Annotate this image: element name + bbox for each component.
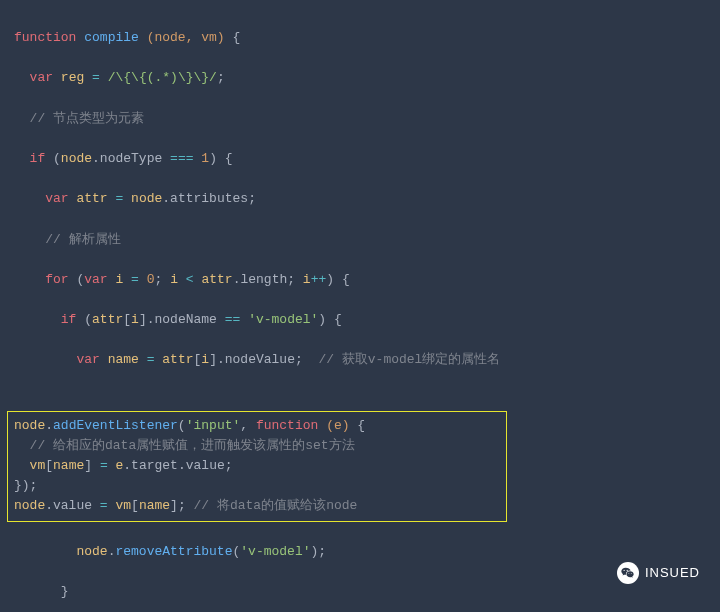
keyword: var: [45, 191, 68, 206]
punct: ;: [225, 458, 233, 473]
punct: ) {: [318, 312, 341, 327]
comment: // 获取v-model绑定的属性名: [318, 352, 500, 367]
string: 'input': [186, 418, 241, 433]
prop: .nodeType: [92, 151, 162, 166]
comment: // 解析属性: [45, 232, 120, 247]
identifier: i: [303, 272, 311, 287]
wechat-icon: [617, 562, 639, 584]
prop: ].nodeName: [139, 312, 217, 327]
identifier: attr: [162, 352, 193, 367]
identifier: name: [108, 352, 139, 367]
string: 'v-model': [248, 312, 318, 327]
identifier: i: [131, 312, 139, 327]
identifier: i: [115, 272, 123, 287]
keyword: function: [14, 30, 76, 45]
punct: .: [45, 418, 53, 433]
number: 0: [147, 272, 155, 287]
punct: ) {: [209, 151, 232, 166]
code-line: if (node.nodeType === 1) {: [14, 149, 720, 169]
punct: (: [53, 151, 61, 166]
code-line: for (var i = 0; i < attr.length; i++) {: [14, 270, 720, 290]
punct: [: [45, 458, 53, 473]
prop: .attributes: [162, 191, 248, 206]
string: 'v-model': [240, 544, 310, 559]
punct: ;: [248, 191, 256, 206]
number: 1: [201, 151, 209, 166]
prop: .value: [45, 498, 92, 513]
punct: ,: [240, 418, 248, 433]
function-name: compile: [84, 30, 139, 45]
identifier: vm: [115, 498, 131, 513]
punct: (: [178, 418, 186, 433]
method: removeAttribute: [115, 544, 232, 559]
punct: [: [131, 498, 139, 513]
keyword: if: [30, 151, 46, 166]
identifier: i: [170, 272, 178, 287]
code-line: var reg = /\{\{(.*)\}\}/;: [14, 68, 720, 88]
keyword: for: [45, 272, 68, 287]
comment: // 给相应的data属性赋值，进而触发该属性的set方法: [30, 438, 355, 453]
operator: =: [92, 70, 100, 85]
code-line: function compile (node, vm) {: [14, 28, 720, 48]
identifier: name: [139, 498, 170, 513]
operator: =: [131, 272, 139, 287]
highlight-box: node.addEventListener('input', function …: [7, 411, 507, 522]
punct: [: [123, 312, 131, 327]
keyword: var: [30, 70, 53, 85]
operator: ++: [311, 272, 327, 287]
prop: .length: [233, 272, 288, 287]
operator: =: [147, 352, 155, 367]
operator: <: [186, 272, 194, 287]
identifier: node: [76, 544, 107, 559]
code-line: // 解析属性: [14, 230, 720, 250]
punct: });: [14, 478, 37, 493]
keyword: var: [76, 352, 99, 367]
identifier: attr: [201, 272, 232, 287]
punct: ];: [170, 498, 186, 513]
operator: ==: [225, 312, 241, 327]
punct: (: [84, 312, 92, 327]
punct: ;: [287, 272, 295, 287]
identifier: name: [53, 458, 84, 473]
keyword: var: [84, 272, 107, 287]
identifier: vm: [30, 458, 46, 473]
punct: );: [311, 544, 327, 559]
punct: ;: [155, 272, 163, 287]
method: addEventListener: [53, 418, 178, 433]
code-line: }: [14, 582, 720, 602]
operator: =: [100, 498, 108, 513]
comment: // 节点类型为元素: [30, 111, 144, 126]
punct: ]: [84, 458, 92, 473]
brace: {: [232, 30, 240, 45]
punct: ;: [295, 352, 303, 367]
highlight-region-1: node.addEventListener('input', function …: [14, 393, 720, 522]
watermark-label: INSUED: [645, 563, 700, 583]
comment: // 将data的值赋给该node: [194, 498, 358, 513]
code-line: if (attr[i].nodeName == 'v-model') {: [14, 310, 720, 330]
keyword: if: [61, 312, 77, 327]
operator: =: [100, 458, 108, 473]
identifier: attr: [92, 312, 123, 327]
regex: /\{\{(.*)\}\}/: [108, 70, 217, 85]
identifier: reg: [61, 70, 84, 85]
code-line: // 节点类型为元素: [14, 109, 720, 129]
identifier: node: [61, 151, 92, 166]
params: (node, vm): [147, 30, 225, 45]
punct: ) {: [326, 272, 349, 287]
code-block: function compile (node, vm) { var reg = …: [0, 0, 720, 612]
punct: {: [357, 418, 365, 433]
identifier: node: [14, 498, 45, 513]
identifier: i: [201, 352, 209, 367]
code-line: var name = attr[i].nodeValue; // 获取v-mod…: [14, 350, 720, 370]
code-line: node.removeAttribute('v-model');: [14, 542, 720, 562]
params: (e): [326, 418, 349, 433]
watermark: INSUED: [617, 562, 700, 584]
operator: ===: [170, 151, 193, 166]
brace: }: [61, 584, 69, 599]
identifier: attr: [76, 191, 107, 206]
prop: ].nodeValue: [209, 352, 295, 367]
keyword: function: [256, 418, 318, 433]
identifier: node: [131, 191, 162, 206]
prop: .target.value: [123, 458, 224, 473]
punct: ;: [217, 70, 225, 85]
